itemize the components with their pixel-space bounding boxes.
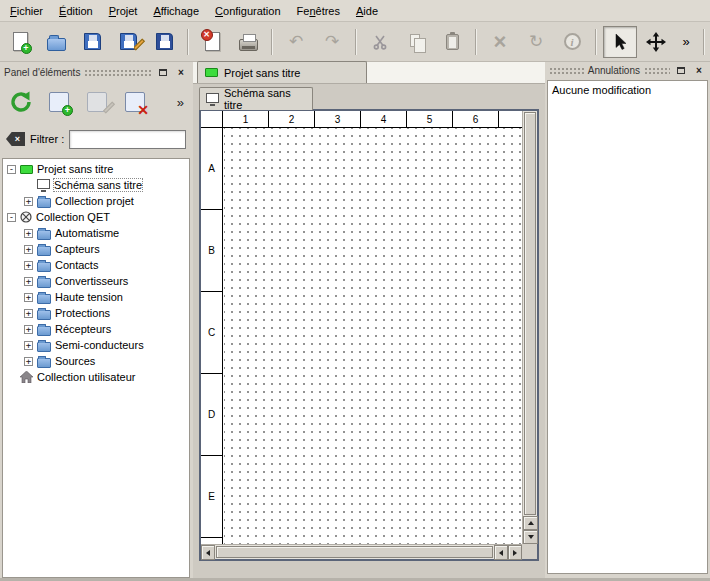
save-button[interactable] bbox=[75, 26, 109, 58]
elements-panel-close-button[interactable]: × bbox=[174, 65, 188, 79]
save-all-icon bbox=[156, 33, 173, 50]
schema-view[interactable]: 1 2 3 4 5 6 A B C D E bbox=[199, 109, 539, 561]
main-toolbar: + ✕ ↶ ↷ × ↻ i » i bbox=[0, 22, 710, 62]
horizontal-scrollbar-thumb[interactable] bbox=[216, 546, 493, 558]
row-header: D bbox=[201, 374, 222, 456]
delete-button[interactable]: × bbox=[483, 26, 517, 58]
undo-button[interactable]: ↶ bbox=[279, 26, 313, 58]
scroll-down-button[interactable] bbox=[523, 530, 538, 544]
save-as-button[interactable] bbox=[111, 26, 145, 58]
column-header: 5 bbox=[407, 111, 453, 127]
elements-tree: -Projet sans titre Schéma sans titre +Co… bbox=[2, 158, 190, 578]
redo-button[interactable]: ↷ bbox=[315, 26, 349, 58]
close-document-button[interactable]: ✕ bbox=[195, 26, 229, 58]
rotate-icon: ↻ bbox=[529, 33, 543, 50]
menu-configuration[interactable]: Configuration bbox=[207, 0, 288, 21]
edit-element-button[interactable] bbox=[80, 84, 114, 120]
dock-handle[interactable] bbox=[644, 66, 670, 74]
tree-item-contacts[interactable]: +Contacts bbox=[3, 257, 189, 273]
tree-item-convertisseurs[interactable]: +Convertisseurs bbox=[3, 273, 189, 289]
elements-panel-float-button[interactable] bbox=[156, 65, 170, 79]
tree-item-capteurs[interactable]: +Capteurs bbox=[3, 241, 189, 257]
expand-icon[interactable]: + bbox=[24, 245, 33, 254]
tree-item-collection-utilisateur[interactable]: Collection utilisateur bbox=[3, 369, 189, 385]
information-button[interactable]: i bbox=[555, 26, 589, 58]
save-all-button[interactable] bbox=[147, 26, 181, 58]
horizontal-scrollbar[interactable] bbox=[201, 544, 522, 559]
tree-item-sources[interactable]: +Sources bbox=[3, 353, 189, 369]
elements-panel-titlebar[interactable]: Panel d'éléments × bbox=[2, 64, 190, 80]
tab-schema-sans-titre[interactable]: Schéma sans titre bbox=[199, 87, 313, 110]
toolbar-separator bbox=[703, 29, 705, 55]
expand-icon[interactable]: + bbox=[24, 341, 33, 350]
scissors-icon bbox=[372, 34, 388, 50]
tree-item-semi-conducteurs[interactable]: +Semi-conducteurs bbox=[3, 337, 189, 353]
expand-icon[interactable]: + bbox=[24, 261, 33, 270]
open-document-button[interactable] bbox=[39, 26, 73, 58]
pencil-icon bbox=[132, 38, 144, 50]
expand-icon[interactable]: + bbox=[24, 197, 33, 206]
expand-icon[interactable]: + bbox=[24, 293, 33, 302]
vertical-scrollbar-thumb[interactable] bbox=[524, 112, 536, 515]
plus-badge-icon: + bbox=[62, 105, 73, 116]
tree-item-projet-sans-titre[interactable]: -Projet sans titre bbox=[3, 161, 189, 177]
scroll-left-button-2[interactable] bbox=[494, 545, 508, 560]
row-header: E bbox=[201, 456, 222, 538]
menu-aide[interactable]: Aide bbox=[348, 0, 386, 21]
dock-handle[interactable] bbox=[549, 66, 584, 74]
schema-grid-canvas[interactable] bbox=[224, 128, 522, 544]
expand-icon[interactable]: + bbox=[24, 229, 33, 238]
menu-fenetres[interactable]: Fenêtres bbox=[289, 0, 348, 21]
scroll-left-button[interactable] bbox=[201, 545, 215, 560]
new-element-button[interactable]: + bbox=[42, 84, 76, 120]
expand-icon[interactable]: + bbox=[24, 357, 33, 366]
panel-extension-button[interactable]: » bbox=[173, 95, 188, 110]
tree-item-recepteurs[interactable]: +Récepteurs bbox=[3, 321, 189, 337]
tree-item-collection-qet[interactable]: -Collection QET bbox=[3, 209, 189, 225]
delete-element-button[interactable]: ✕ bbox=[118, 84, 152, 120]
row-header: B bbox=[201, 210, 222, 292]
menu-fichier[interactable]: Fichier bbox=[2, 0, 51, 21]
column-header: 1 bbox=[223, 111, 269, 127]
menu-projet[interactable]: Projet bbox=[101, 0, 146, 21]
toolbar-extension-button[interactable]: » bbox=[675, 26, 697, 58]
print-button[interactable] bbox=[231, 26, 265, 58]
tree-item-protections[interactable]: +Protections bbox=[3, 305, 189, 321]
pan-mode-button[interactable] bbox=[639, 26, 673, 58]
expand-icon[interactable]: + bbox=[24, 277, 33, 286]
tree-item-schema-sans-titre[interactable]: Schéma sans titre bbox=[3, 177, 189, 193]
reload-collections-button[interactable] bbox=[4, 84, 38, 120]
tree-item-haute-tension[interactable]: +Haute tension bbox=[3, 289, 189, 305]
undo-panel-float-button[interactable] bbox=[674, 63, 688, 77]
filter-clear-button[interactable]: × bbox=[6, 132, 25, 146]
open-folder-icon bbox=[47, 38, 66, 51]
collapse-icon[interactable]: - bbox=[7, 213, 16, 222]
red-x-icon: ✕ bbox=[137, 102, 149, 118]
expand-icon[interactable]: + bbox=[24, 325, 33, 334]
new-document-icon: + bbox=[13, 32, 28, 51]
tab-projet-sans-titre[interactable]: Projet sans titre bbox=[197, 61, 367, 83]
undo-panel-close-button[interactable]: × bbox=[692, 63, 706, 77]
undo-empty-message: Aucune modification bbox=[552, 84, 703, 96]
menu-affichage[interactable]: Affichage bbox=[145, 0, 207, 21]
tree-item-automatisme[interactable]: +Automatisme bbox=[3, 225, 189, 241]
undo-history-list[interactable]: Aucune modification bbox=[547, 80, 708, 574]
rotate-button[interactable]: ↻ bbox=[519, 26, 553, 58]
expand-icon[interactable]: + bbox=[24, 309, 33, 318]
folder-icon bbox=[37, 342, 51, 352]
filter-input[interactable] bbox=[69, 130, 186, 149]
cut-button[interactable] bbox=[363, 26, 397, 58]
vertical-scrollbar[interactable] bbox=[522, 111, 537, 544]
menu-edition[interactable]: Édition bbox=[51, 0, 101, 21]
scroll-right-button[interactable] bbox=[508, 545, 522, 560]
paste-button[interactable] bbox=[435, 26, 469, 58]
undo-panel-titlebar[interactable]: Annulations × bbox=[547, 62, 708, 78]
scroll-up-button[interactable] bbox=[523, 516, 538, 530]
selection-mode-button[interactable] bbox=[603, 26, 637, 58]
copy-button[interactable] bbox=[399, 26, 433, 58]
dock-handle[interactable] bbox=[84, 68, 152, 76]
new-document-button[interactable]: + bbox=[3, 26, 37, 58]
tree-item-collection-projet[interactable]: +Collection projet bbox=[3, 193, 189, 209]
collapse-icon[interactable]: - bbox=[7, 165, 16, 174]
qet-collection-icon bbox=[20, 211, 32, 223]
